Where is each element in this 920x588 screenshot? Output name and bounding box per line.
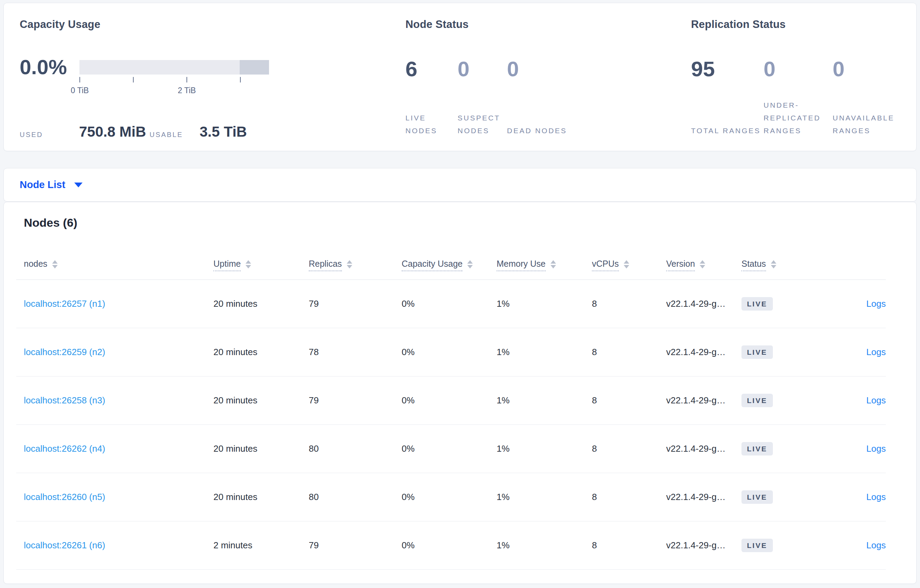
sort-icon xyxy=(624,260,629,268)
used-label: USED xyxy=(20,131,43,139)
version-cell: v22.1.4-29-g… xyxy=(666,443,742,454)
stat-value: 6 xyxy=(405,58,458,80)
replication-status-stats: 95TOTAL RANGES0UNDER-REPLICATED RANGES0U… xyxy=(691,44,912,137)
status-cell: LIVE xyxy=(742,539,808,552)
node-link[interactable]: localhost:26258 (n3) xyxy=(24,395,214,406)
stat-column: 0DEAD NODES xyxy=(507,44,576,137)
logs-link[interactable]: Logs xyxy=(867,540,886,550)
table-body: localhost:26257 (n1)20 minutes790%1%8v22… xyxy=(16,280,886,570)
vcpus-cell: 8 xyxy=(592,443,666,454)
view-selector-label: Node List xyxy=(20,179,65,191)
stat-column: 6LIVE NODES xyxy=(405,44,458,137)
capacity-cell: 0% xyxy=(402,492,497,502)
version-cell: v22.1.4-29-g… xyxy=(666,540,742,551)
column-header-label: vCPUs xyxy=(592,259,619,271)
column-header-status[interactable]: Status xyxy=(742,259,808,271)
logs-link[interactable]: Logs xyxy=(867,395,886,405)
memory-cell: 1% xyxy=(497,540,592,551)
node-link[interactable]: localhost:26260 (n5) xyxy=(24,492,214,502)
uptime-cell: 2 minutes xyxy=(214,540,309,551)
nodes-table: nodesUptimeReplicasCapacity UsageMemory … xyxy=(16,250,886,570)
logs-link[interactable]: Logs xyxy=(867,299,886,309)
sort-icon xyxy=(347,260,352,268)
uptime-cell: 20 minutes xyxy=(214,347,309,357)
replication-status-section: Replication Status 95TOTAL RANGES0UNDER-… xyxy=(691,3,912,151)
capacity-usage-section: Capacity Usage 0.0% 0 TiB2 TiB USED 750.… xyxy=(20,3,289,151)
column-header-label: Memory Use xyxy=(497,259,546,271)
version-cell: v22.1.4-29-g… xyxy=(666,395,742,406)
stat-column: 95TOTAL RANGES xyxy=(691,44,764,137)
memory-cell: 1% xyxy=(497,443,592,454)
vcpus-cell: 8 xyxy=(592,299,666,309)
table-row: localhost:26260 (n5)20 minutes800%1%8v22… xyxy=(16,473,886,522)
usable-value: 3.5 TiB xyxy=(199,124,247,139)
stat-column: 0SUSPECT NODES xyxy=(458,44,507,137)
column-header-node[interactable]: nodes xyxy=(24,259,214,271)
status-badge: LIVE xyxy=(742,297,773,310)
vcpus-cell: 8 xyxy=(592,492,666,502)
nodes-panel: Nodes (6) nodesUptimeReplicasCapacity Us… xyxy=(3,202,917,584)
status-badge: LIVE xyxy=(742,442,773,456)
capacity-bar-track xyxy=(79,60,269,74)
status-badge: LIVE xyxy=(742,346,773,359)
nodes-heading: Nodes (6) xyxy=(24,216,77,229)
column-header-label: Status xyxy=(742,259,766,271)
status-cell: LIVE xyxy=(742,394,808,407)
view-selector-card: Node List xyxy=(3,168,917,202)
capacity-tick xyxy=(186,77,187,82)
replicas-cell: 79 xyxy=(309,395,402,406)
node-status-stats: 6LIVE NODES0SUSPECT NODES0DEAD NODES xyxy=(405,44,576,137)
column-header-label: Version xyxy=(666,259,695,271)
logs-link[interactable]: Logs xyxy=(867,347,886,357)
logs-cell: Logs xyxy=(808,395,886,406)
stat-value: 0 xyxy=(507,58,576,80)
logs-link[interactable]: Logs xyxy=(867,492,886,502)
capacity-tick-label: 2 TiB xyxy=(178,86,196,95)
status-cell: LIVE xyxy=(742,346,808,359)
stat-label: TOTAL RANGES xyxy=(691,124,764,137)
status-badge: LIVE xyxy=(742,539,773,552)
column-header-uptime[interactable]: Uptime xyxy=(214,259,309,271)
column-header-memory[interactable]: Memory Use xyxy=(497,259,592,271)
version-cell: v22.1.4-29-g… xyxy=(666,347,742,357)
capacity-cell: 0% xyxy=(402,395,497,406)
node-link[interactable]: localhost:26261 (n6) xyxy=(24,540,214,551)
replicas-cell: 79 xyxy=(309,299,402,309)
node-link[interactable]: localhost:26257 (n1) xyxy=(24,299,214,309)
stat-value: 0 xyxy=(833,58,912,80)
replication-status-title: Replication Status xyxy=(691,18,786,31)
logs-link[interactable]: Logs xyxy=(867,443,886,454)
uptime-cell: 20 minutes xyxy=(214,443,309,454)
view-selector-dropdown[interactable]: Node List xyxy=(20,168,83,201)
capacity-bar-segment xyxy=(240,60,269,74)
capacity-cell: 0% xyxy=(402,540,497,551)
stat-value: 0 xyxy=(458,58,507,80)
capacity-percent: 0.0% xyxy=(20,57,67,78)
table-row: localhost:26258 (n3)20 minutes790%1%8v22… xyxy=(16,376,886,425)
cluster-summary-card: Capacity Usage 0.0% 0 TiB2 TiB USED 750.… xyxy=(3,3,917,151)
replicas-cell: 78 xyxy=(309,347,402,357)
status-cell: LIVE xyxy=(742,442,808,456)
column-header-vcpus[interactable]: vCPUs xyxy=(592,259,666,271)
replicas-cell: 80 xyxy=(309,443,402,454)
status-badge: LIVE xyxy=(742,394,773,407)
table-row: localhost:26259 (n2)20 minutes780%1%8v22… xyxy=(16,328,886,376)
column-header-capacity[interactable]: Capacity Usage xyxy=(402,259,497,271)
memory-cell: 1% xyxy=(497,492,592,502)
status-cell: LIVE xyxy=(742,297,808,310)
stat-label: SUSPECT NODES xyxy=(458,111,507,137)
column-header-replicas[interactable]: Replicas xyxy=(309,259,402,271)
stat-label: DEAD NODES xyxy=(507,124,576,137)
node-link[interactable]: localhost:26259 (n2) xyxy=(24,347,214,357)
node-link[interactable]: localhost:26262 (n4) xyxy=(24,443,214,454)
column-header-version[interactable]: Version xyxy=(666,259,742,271)
capacity-cell: 0% xyxy=(402,443,497,454)
version-cell: v22.1.4-29-g… xyxy=(666,299,742,309)
uptime-cell: 20 minutes xyxy=(214,492,309,502)
table-row: localhost:26261 (n6)2 minutes790%1%8v22.… xyxy=(16,522,886,570)
memory-cell: 1% xyxy=(497,395,592,406)
sort-icon xyxy=(246,260,251,268)
node-status-section: Node Status 6LIVE NODES0SUSPECT NODES0DE… xyxy=(405,3,571,151)
capacity-tick-label: 0 TiB xyxy=(71,86,89,95)
stat-value: 0 xyxy=(764,58,833,80)
